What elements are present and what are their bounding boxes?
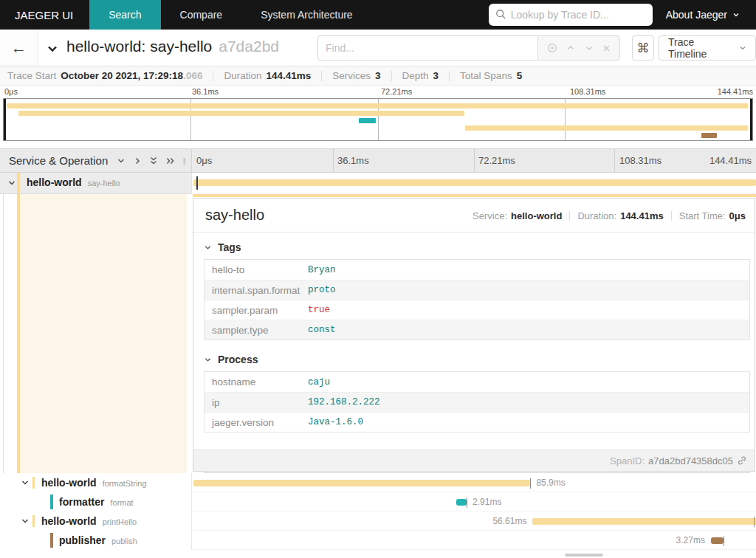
span-duration-label: 2.91ms bbox=[472, 497, 501, 507]
collapse-all-double-chevron-right-icon[interactable] bbox=[165, 156, 176, 165]
expand-one-chevron-right-icon[interactable] bbox=[133, 156, 142, 165]
collapse-children-chevron-icon[interactable] bbox=[21, 478, 30, 487]
process-section-toggle[interactable]: Process bbox=[204, 354, 744, 365]
collapse-trace-chevron-icon[interactable] bbox=[46, 42, 59, 55]
about-jaeger-label: About Jaeger bbox=[666, 9, 727, 21]
span-bar-cell[interactable]: 85.9ms bbox=[191, 473, 756, 492]
tag-key: sampler.param bbox=[205, 305, 308, 316]
minimap-left-handle[interactable] bbox=[4, 99, 6, 140]
process-row: hostname caju bbox=[205, 372, 749, 392]
span-duration-bar[interactable] bbox=[193, 179, 756, 186]
minimap-right-handle[interactable] bbox=[750, 99, 752, 140]
prev-match-icon[interactable] bbox=[566, 44, 575, 52]
span-duration-label: 56.61ms bbox=[492, 516, 526, 526]
trace-depth: Depth 3 bbox=[402, 70, 439, 81]
trace-title-text: hello-world: say-hello bbox=[66, 38, 212, 55]
span-bar-cell[interactable]: 2.91ms bbox=[191, 492, 756, 512]
minimap-canvas[interactable] bbox=[3, 98, 753, 141]
divider bbox=[321, 71, 322, 81]
service-operation-header: Service & Operation bbox=[9, 154, 108, 167]
span-id-label: SpanID: bbox=[610, 455, 645, 466]
span-detail-row: say-hello Service: hello-world Duration:… bbox=[0, 194, 756, 473]
span-row-label-cell[interactable]: hello-worldprintHello bbox=[0, 512, 191, 531]
tick-label: 108.31ms bbox=[570, 87, 605, 96]
scrollbar-thumb[interactable] bbox=[565, 554, 603, 557]
service-color-accent bbox=[50, 533, 53, 548]
span-row-label-cell[interactable]: hello-worldformatString bbox=[0, 473, 191, 492]
detail-start-label: Start Time: bbox=[679, 210, 726, 221]
span-row-label-cell[interactable]: formatterformat bbox=[0, 492, 191, 512]
span-bar-cell[interactable] bbox=[191, 173, 756, 194]
span-name: hello-worldprintHello bbox=[41, 514, 137, 528]
find-group bbox=[317, 35, 620, 61]
tag-key: sampler.type bbox=[205, 325, 308, 336]
column-resizer-handle[interactable]: ∥ bbox=[183, 157, 188, 165]
collapse-children-chevron-icon[interactable] bbox=[7, 179, 16, 187]
trace-minimap: 0μs 36.1ms 72.21ms 108.31ms 144.41ms bbox=[0, 86, 756, 149]
process-value: caju bbox=[308, 377, 330, 388]
process-key: ip bbox=[205, 397, 308, 408]
process-row: jaeger.version Java-1.6.0 bbox=[205, 412, 749, 432]
trace-summary-bar: Trace Start October 20 2021, 17:29:18.06… bbox=[0, 66, 756, 86]
about-jaeger-menu[interactable]: About Jaeger bbox=[666, 9, 740, 21]
minimap-span-bar bbox=[359, 118, 376, 123]
span-row-format: formatterformat 2.91ms bbox=[0, 492, 756, 512]
divider bbox=[671, 211, 672, 221]
trace-id-lookup-input[interactable] bbox=[489, 4, 653, 26]
span-duration-bar[interactable] bbox=[456, 499, 467, 506]
deep-link-icon[interactable] bbox=[737, 455, 747, 466]
detail-duration-label: Duration: bbox=[577, 210, 616, 221]
find-input[interactable] bbox=[317, 35, 537, 61]
search-icon bbox=[495, 9, 506, 20]
services-label: Services bbox=[332, 70, 371, 81]
trace-lookup bbox=[489, 4, 653, 26]
detail-span-title: say-hello bbox=[205, 207, 264, 224]
focus-match-icon[interactable] bbox=[547, 43, 557, 53]
span-duration-bar[interactable] bbox=[193, 480, 530, 486]
back-button[interactable]: ← bbox=[0, 30, 38, 66]
trace-start-value: October 20 2021, 17:29:18 bbox=[61, 70, 183, 81]
clear-find-icon[interactable] bbox=[602, 44, 611, 52]
span-bar-cell[interactable]: 3.27ms bbox=[191, 531, 756, 550]
tick-label: 144.41ms bbox=[718, 87, 753, 96]
nav-tab-system-architecture[interactable]: System Architecture bbox=[241, 0, 372, 30]
span-name: formatterformat bbox=[59, 495, 134, 509]
depth-label: Depth bbox=[402, 70, 429, 81]
span-row-publish: publisherpublish 3.27ms bbox=[0, 531, 756, 550]
span-row-label-cell[interactable]: hello-worldsay-hello bbox=[0, 173, 191, 194]
collapse-all-chevron-icon[interactable] bbox=[117, 156, 126, 165]
tick-label: 0μs bbox=[196, 155, 212, 166]
span-bar-cell[interactable]: 56.61ms bbox=[191, 512, 756, 531]
span-name: publisherpublish bbox=[59, 534, 137, 547]
expand-all-double-chevron-down-icon[interactable] bbox=[149, 156, 158, 166]
tag-value: proto bbox=[308, 285, 336, 295]
span-row-label-cell[interactable]: publisherpublish bbox=[0, 531, 191, 550]
keyboard-shortcuts-button[interactable]: ⌘ bbox=[632, 35, 654, 61]
span-end-marker bbox=[467, 497, 467, 508]
span-detail-card: say-hello Service: hello-world Duration:… bbox=[193, 198, 755, 472]
operation-name: publish bbox=[111, 537, 137, 545]
app-logo[interactable]: JAEGER UI bbox=[0, 9, 89, 21]
tick-label: 0μs bbox=[4, 87, 18, 96]
process-row: ip 192.168.2.222 bbox=[205, 392, 749, 412]
divider bbox=[449, 71, 450, 81]
divider bbox=[391, 71, 392, 81]
tick-label: 36.1ms bbox=[337, 155, 369, 166]
operation-name: say-hello bbox=[88, 179, 120, 187]
tick-label: 36.1ms bbox=[192, 87, 219, 96]
next-match-icon[interactable] bbox=[585, 44, 594, 52]
span-duration-bar[interactable] bbox=[711, 537, 724, 544]
duration-label: Duration bbox=[224, 70, 261, 81]
process-section-title: Process bbox=[218, 354, 258, 365]
collapse-children-chevron-icon[interactable] bbox=[21, 517, 30, 526]
trace-view-dropdown[interactable]: Trace Timeline bbox=[659, 35, 756, 61]
tags-section-toggle[interactable]: Tags bbox=[204, 241, 744, 253]
tick-label: 72.21ms bbox=[381, 87, 412, 96]
span-name: hello-worldformatString bbox=[41, 476, 147, 489]
process-value: Java-1.6.0 bbox=[308, 417, 363, 427]
tag-value: true bbox=[308, 305, 330, 315]
span-duration-bar[interactable] bbox=[532, 518, 756, 525]
detail-row-right: say-hello Service: hello-world Duration:… bbox=[191, 194, 756, 473]
nav-tab-search[interactable]: Search bbox=[89, 0, 160, 30]
nav-tab-compare[interactable]: Compare bbox=[161, 0, 242, 30]
